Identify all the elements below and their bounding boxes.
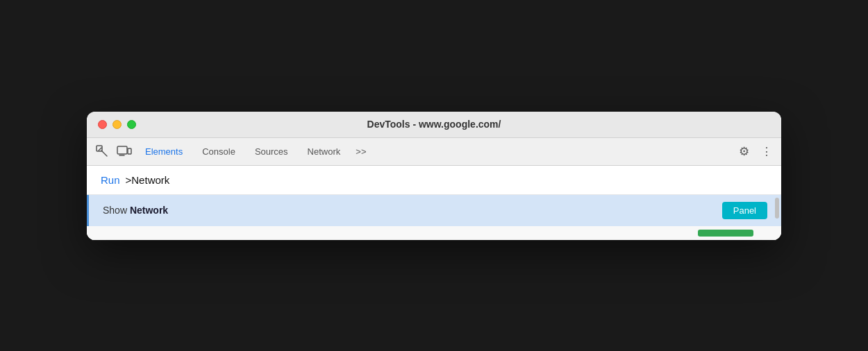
more-tabs-button[interactable]: >> bbox=[351, 144, 370, 160]
settings-icon[interactable]: ⚙ bbox=[734, 142, 753, 161]
devtools-window: DevTools - www.google.com/ bbox=[87, 112, 781, 240]
svg-rect-1 bbox=[117, 146, 127, 154]
result-highlight: Network bbox=[130, 205, 168, 216]
responsive-icon[interactable] bbox=[115, 142, 134, 161]
minimize-button[interactable] bbox=[112, 120, 122, 129]
bottom-hint-bar bbox=[87, 226, 781, 240]
close-button[interactable] bbox=[98, 120, 107, 129]
command-palette: Run Show Network Panel bbox=[87, 166, 781, 240]
svg-rect-2 bbox=[128, 148, 131, 154]
green-bar-indicator bbox=[698, 230, 753, 237]
tab-sources[interactable]: Sources bbox=[247, 142, 297, 161]
maximize-button[interactable] bbox=[127, 120, 136, 129]
panel-badge[interactable]: Panel bbox=[722, 202, 767, 219]
command-input[interactable] bbox=[126, 174, 767, 186]
window-title: DevTools - www.google.com/ bbox=[367, 119, 501, 130]
traffic-lights bbox=[98, 120, 136, 129]
tab-network[interactable]: Network bbox=[299, 142, 349, 161]
more-options-icon[interactable]: ⋮ bbox=[756, 142, 776, 161]
tab-right-icons: ⚙ ⋮ bbox=[734, 142, 776, 161]
tab-console[interactable]: Console bbox=[194, 142, 244, 161]
command-result-row[interactable]: Show Network Panel bbox=[87, 195, 781, 226]
tab-bar: Elements Console Sources Network >> ⚙ ⋮ bbox=[87, 138, 781, 166]
run-label: Run bbox=[101, 174, 120, 186]
tab-elements[interactable]: Elements bbox=[137, 142, 191, 161]
inspector-icon[interactable] bbox=[92, 142, 112, 161]
command-result-text: Show Network bbox=[103, 205, 722, 216]
title-bar: DevTools - www.google.com/ bbox=[87, 112, 781, 138]
devtools-panel: Elements Console Sources Network >> ⚙ ⋮ … bbox=[87, 138, 781, 240]
command-input-row: Run bbox=[87, 166, 781, 195]
scrollbar-thumb[interactable] bbox=[775, 198, 779, 219]
scrollbar-area bbox=[773, 195, 781, 226]
